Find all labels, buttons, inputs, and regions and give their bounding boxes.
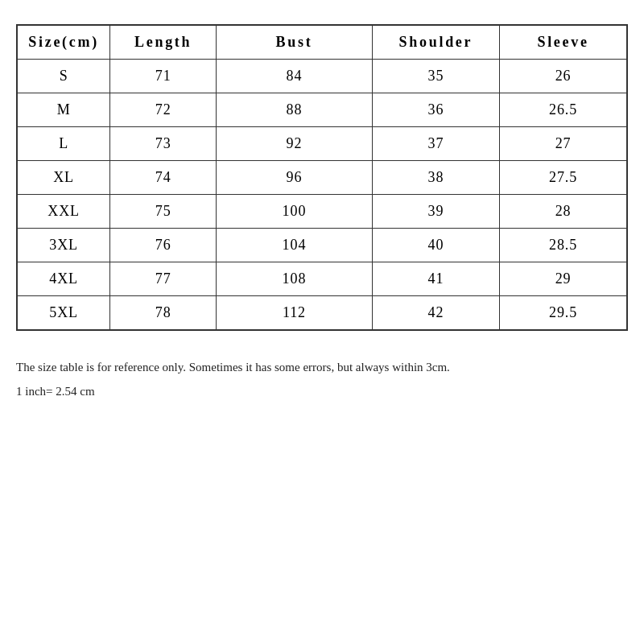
header-size: Size(cm) (17, 25, 110, 60)
table-row: M72883626.5 (17, 93, 627, 127)
table-cell: 42 (372, 296, 499, 331)
table-cell: 29 (500, 262, 627, 296)
table-cell: 29.5 (500, 296, 627, 331)
header-sleeve: Sleeve (500, 25, 627, 60)
table-cell: 5XL (17, 296, 110, 331)
table-cell: 26.5 (500, 93, 627, 127)
table-cell: 4XL (17, 262, 110, 296)
size-table: Size(cm) Length Bust Shoulder Sleeve S71… (16, 24, 628, 331)
table-cell: 72 (110, 93, 217, 127)
size-table-container: Size(cm) Length Bust Shoulder Sleeve S71… (16, 24, 628, 331)
table-cell: 108 (217, 262, 373, 296)
table-cell: 78 (110, 296, 217, 331)
table-cell: 26 (500, 60, 627, 93)
table-header-row: Size(cm) Length Bust Shoulder Sleeve (17, 25, 627, 60)
table-row: 4XL771084129 (17, 262, 627, 296)
table-cell: 73 (110, 127, 217, 161)
footnote-line-1: The size table is for reference only. So… (16, 355, 628, 379)
table-cell: XXL (17, 195, 110, 229)
table-cell: 84 (217, 60, 373, 93)
table-cell: 3XL (17, 229, 110, 262)
table-row: 5XL781124229.5 (17, 296, 627, 331)
table-cell: 77 (110, 262, 217, 296)
table-cell: 27.5 (500, 161, 627, 195)
table-cell: 75 (110, 195, 217, 229)
table-cell: 76 (110, 229, 217, 262)
footnote-line-2: 1 inch= 2.54 cm (16, 379, 628, 403)
table-cell: 74 (110, 161, 217, 195)
table-cell: 39 (372, 195, 499, 229)
header-bust: Bust (217, 25, 373, 60)
table-cell: 104 (217, 229, 373, 262)
table-row: L73923727 (17, 127, 627, 161)
table-cell: 100 (217, 195, 373, 229)
table-cell: 36 (372, 93, 499, 127)
header-shoulder: Shoulder (372, 25, 499, 60)
table-cell: 112 (217, 296, 373, 331)
table-cell: 37 (372, 127, 499, 161)
table-cell: 96 (217, 161, 373, 195)
table-cell: M (17, 93, 110, 127)
table-cell: 35 (372, 60, 499, 93)
header-length: Length (110, 25, 217, 60)
table-cell: S (17, 60, 110, 93)
table-row: 3XL761044028.5 (17, 229, 627, 262)
footnote-container: The size table is for reference only. So… (16, 355, 628, 403)
table-cell: L (17, 127, 110, 161)
table-cell: 88 (217, 93, 373, 127)
table-cell: 28.5 (500, 229, 627, 262)
table-cell: 28 (500, 195, 627, 229)
table-row: S71843526 (17, 60, 627, 93)
table-cell: 92 (217, 127, 373, 161)
table-row: XXL751003928 (17, 195, 627, 229)
table-cell: 71 (110, 60, 217, 93)
table-row: XL74963827.5 (17, 161, 627, 195)
table-cell: 38 (372, 161, 499, 195)
table-cell: 41 (372, 262, 499, 296)
table-cell: 27 (500, 127, 627, 161)
table-cell: XL (17, 161, 110, 195)
table-cell: 40 (372, 229, 499, 262)
